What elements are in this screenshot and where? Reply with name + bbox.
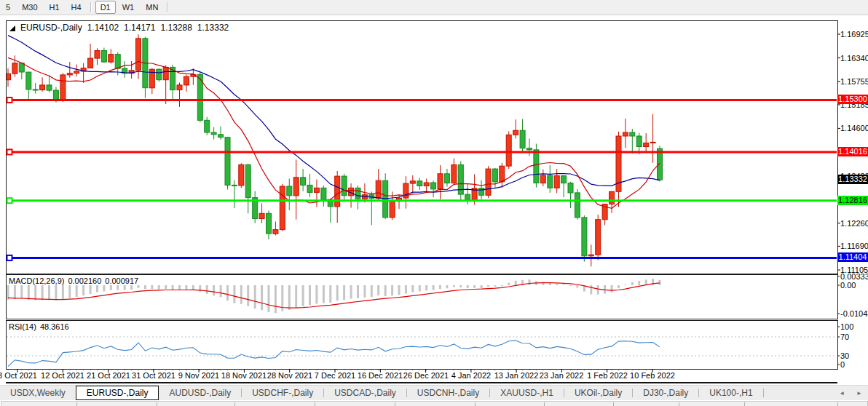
ohlc-close: 1.13332 [197,23,229,33]
price-badge: 1.11404 [837,252,868,262]
chart-tab-ukoil[interactable]: UKOil-,Daily [564,386,632,400]
date-axis-label: 16 Dec 2021 [358,371,403,380]
date-axis-label: 3 Oct 2021 [0,371,37,380]
date-axis-label: 12 Oct 2021 [41,371,84,380]
mt4-window: 5M30H1H4D1W1MN EURUSD-,Daily1.141021.141… [0,0,868,406]
chart-tab-usdx[interactable]: USDX,Weekly [0,386,76,400]
date-axis-label: 10 Feb 2022 [630,371,675,380]
timeframe-toolbar: 5M30H1H4D1W1MN [0,0,868,15]
date-axis-label: 9 Nov 2021 [178,371,219,380]
price-badge: 1.15300 [837,95,868,104]
macd-label: MACD(12,26,9) [9,276,64,285]
date-axis-label: 13 Jan 2022 [494,371,539,380]
timeframe-button-m30[interactable]: M30 [17,1,42,14]
macd-header: MACD(12,26,9)0.0021600.000917 [9,276,142,285]
timeframe-button-h1[interactable]: H1 [44,1,65,14]
date-axis-label: 28 Nov 2021 [267,371,312,380]
chart-tab-uk100[interactable]: UK100-,H1 [699,386,762,400]
chart-window-bottom-border [6,382,837,383]
rsi-axis-label: 0 [840,360,845,369]
price-badge: 1.14016 [837,147,868,156]
status-strip-separator [157,402,157,406]
ohlc-open: 1.14102 [87,23,119,33]
price-badge: 1.13332 [837,175,868,184]
price-badge: 1.12816 [837,196,868,205]
macd-main-value: 0.002160 [68,276,101,285]
status-strip-separator [234,402,235,406]
tab-separator [763,389,764,397]
ohlc-high: 1.14171 [124,23,155,33]
timeframe-button-mn[interactable]: MN [141,1,163,14]
date-axis-label: 4 Jan 2022 [451,371,491,380]
status-strip-separator [76,402,77,406]
macd-signal-value: 0.000917 [105,276,138,285]
price-axis-label: 1.11690 [840,242,868,250]
toolbar-separator [90,2,92,12]
ohlc-low: 1.13288 [160,23,192,33]
date-axis-label: 31 Oct 2021 [132,371,175,380]
date-axis-label: 23 Jan 2022 [540,371,584,380]
status-strip-separator [744,402,745,406]
chart-tab-usdchf[interactable]: USDCHF-,Daily [242,386,323,400]
timeframe-button-h4[interactable]: H4 [66,1,87,14]
price-axis-label: 1.12260 [840,219,868,228]
tab-scroll-left-icon[interactable]: ◄ [833,390,851,397]
chart-tab-audusd[interactable]: AUDUSD-,Daily [159,386,241,400]
chart-tab-bar: USDX,WeeklyEURUSD-,DailyAUDUSD-,DailyUSD… [0,385,868,400]
macd-axis-label: -0.010439 [840,309,868,318]
timeframe-button-d1[interactable]: D1 [95,1,116,14]
chart-header: EURUSD-,Daily1.141021.141711.132881.1333… [9,23,234,33]
price-axis-label: 1.16925 [840,30,868,39]
date-axis-label: 26 Dec 2021 [403,371,449,380]
chart-tab-eurusd[interactable]: EURUSD-,Daily [76,386,159,400]
status-strip-separator [395,402,395,406]
status-strip-separator [544,402,545,406]
status-strip-separator [837,402,838,406]
rsi-panel [6,320,838,370]
status-strip-separator [475,402,476,406]
status-strip [1,401,868,406]
rsi-axis-label: 70 [840,333,849,341]
chart-tab-usdcnh[interactable]: USDCNH-,Daily [407,386,489,400]
date-axis-label: 1 Feb 2022 [587,371,628,380]
chart-tab-xauusd[interactable]: XAUUSD-,H1 [490,386,564,400]
date-axis-label: 21 Oct 2021 [87,371,130,380]
macd-axis-label: 0.003331 [840,272,868,281]
price-chart-panel [6,20,838,274]
rsi-axis-label: 100 [840,322,853,331]
macd-axis-label: 0.00 [840,281,856,290]
tab-scroll-arrows: ◄► [833,386,868,400]
timeframe-button-5[interactable]: 5 [1,1,15,14]
tab-scroll-right-icon[interactable]: ► [851,390,868,397]
status-strip-separator [679,402,679,406]
object-arrow-icon [9,25,15,31]
date-axis-label: 18 Nov 2021 [221,371,267,380]
chart-tab-dj30[interactable]: DJ30-,Daily [633,386,698,400]
rsi-label: RSI(14) [9,322,36,331]
chart-tab-usdcad[interactable]: USDCAD-,Daily [324,386,406,400]
status-strip-separator [315,402,315,406]
chart-symbol-label: EURUSD-,Daily [20,23,82,33]
price-axis-label: 1.16340 [840,54,868,63]
toolbar-separator [167,2,168,12]
timeframe-button-w1[interactable]: W1 [117,1,140,14]
rsi-axis-label: 30 [840,351,849,360]
rsi-value: 48.3616 [40,322,69,331]
price-axis-label: 1.15755 [840,77,868,86]
rsi-header: RSI(14)48.3616 [9,322,73,331]
date-axis-label: 7 Dec 2021 [315,371,355,380]
price-axis-label: 1.14600 [840,124,868,132]
status-strip-separator [613,402,614,406]
